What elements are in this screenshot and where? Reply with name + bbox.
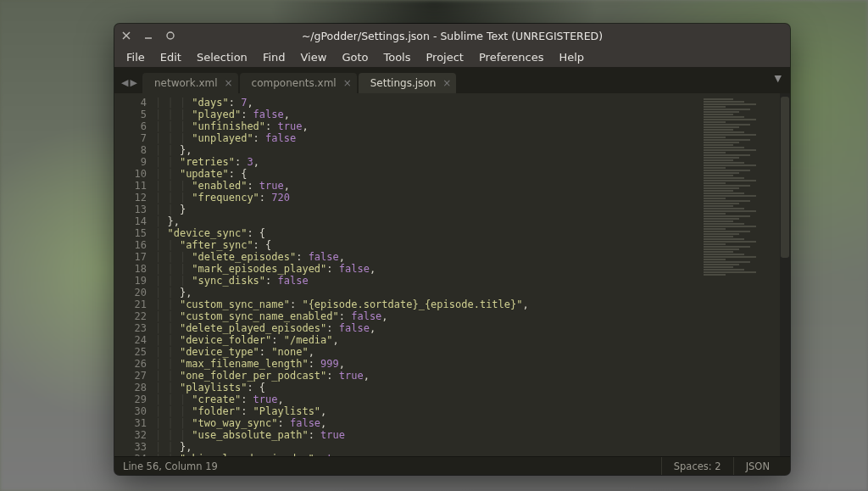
code-line[interactable]: | | }, — [155, 287, 697, 299]
tab-components-xml[interactable]: components.xml× — [240, 73, 357, 93]
tab-overflow-icon[interactable]: ▼ — [775, 73, 782, 84]
status-indentation[interactable]: Spaces: 2 — [661, 457, 733, 475]
tab-close-icon[interactable]: × — [343, 77, 352, 89]
minimap-line — [704, 243, 726, 245]
code-line[interactable]: | | | "create": true, — [155, 393, 697, 405]
code-line[interactable]: | | | "sync_disks": false — [155, 275, 697, 287]
menubar: FileEditSelectionFindViewGotoToolsProjec… — [114, 47, 790, 68]
menu-file[interactable]: File — [120, 49, 152, 65]
minimap-line — [704, 269, 744, 271]
tab-close-icon[interactable]: × — [442, 77, 451, 89]
code-line[interactable]: | | "playlists": { — [155, 382, 697, 393]
minimap-line — [704, 114, 733, 115]
code-line[interactable]: | | | "unplayed": false — [155, 132, 697, 144]
minimap-line — [704, 218, 739, 220]
code-line[interactable]: | | | "folder": "Playlists", — [155, 405, 697, 417]
minimap-line — [704, 198, 726, 199]
menu-tools[interactable]: Tools — [376, 49, 417, 65]
code-line[interactable]: | | "update": { — [155, 168, 697, 180]
nav-back-icon[interactable]: ◀ — [121, 77, 128, 88]
menu-goto[interactable]: Goto — [335, 49, 375, 65]
tab-settings-json[interactable]: Settings.json× — [359, 73, 457, 93]
menu-edit[interactable]: Edit — [153, 49, 188, 65]
line-number: 13 — [114, 204, 147, 215]
minimap-line — [704, 215, 750, 217]
code-line[interactable]: | | "after_sync": { — [155, 239, 697, 251]
menu-selection[interactable]: Selection — [190, 49, 254, 65]
code-line[interactable]: | | "device_folder": "/media", — [155, 334, 697, 346]
code-line[interactable]: | | | "two_way_sync": false, — [155, 417, 697, 429]
minimap[interactable] — [697, 93, 790, 456]
minimap-line — [704, 142, 739, 143]
minimap-line — [704, 175, 733, 176]
titlebar[interactable]: ~/gPodder/Settings.json - Sublime Text (… — [114, 24, 790, 47]
minimap-line — [704, 177, 744, 179]
code-line[interactable]: | | | "frequency": 720 — [155, 192, 697, 204]
nav-forward-icon[interactable]: ▶ — [130, 77, 136, 88]
tab-network-xml[interactable]: network.xml× — [142, 73, 238, 93]
vertical-scrollbar[interactable] — [780, 93, 790, 456]
line-number: 16 — [114, 239, 147, 251]
code-line[interactable]: | | "max_filename_length": 999, — [155, 358, 697, 370]
code-line[interactable]: | | | "delete_episodes": false, — [155, 251, 697, 263]
code-line[interactable]: | | "delete_played_episodes": false, — [155, 322, 697, 334]
code-line[interactable]: | | "one_folder_per_podcast": true, — [155, 370, 697, 382]
line-number: 10 — [114, 168, 147, 180]
line-number: 26 — [114, 358, 147, 370]
line-number: 27 — [114, 370, 147, 382]
minimap-line — [704, 165, 756, 166]
minimize-icon[interactable] — [143, 31, 153, 41]
minimap-line — [704, 119, 756, 120]
menu-help[interactable]: Help — [552, 49, 591, 65]
scrollbar-thumb[interactable] — [781, 97, 789, 258]
status-syntax[interactable]: JSON — [733, 457, 782, 475]
line-number: 23 — [114, 322, 147, 334]
code-line[interactable]: | }, — [155, 215, 697, 227]
code-line[interactable]: | | "retries": 3, — [155, 156, 697, 168]
code-line[interactable]: | | }, — [155, 441, 697, 453]
code-line[interactable]: | | } — [155, 204, 697, 215]
code-line[interactable]: | | "custom_sync_name_enabled": false, — [155, 310, 697, 322]
line-number: 29 — [114, 393, 147, 405]
editor[interactable]: 4567891011121314151617181920212223242526… — [114, 93, 790, 456]
status-cursor-position[interactable]: Line 56, Column 19 — [123, 457, 230, 475]
code-line[interactable]: | | | "days": 7, — [155, 97, 697, 109]
minimap-line — [704, 231, 750, 232]
minimap-line — [704, 259, 726, 260]
code-line[interactable]: | | | "enabled": true, — [155, 180, 697, 192]
minimap-line — [704, 167, 726, 169]
maximize-icon[interactable] — [165, 31, 175, 41]
code-line[interactable]: | | | "mark_episodes_played": false, — [155, 263, 697, 275]
minimap-line — [704, 233, 739, 235]
minimap-line — [704, 159, 733, 161]
minimap-line — [704, 116, 744, 118]
menu-preferences[interactable]: Preferences — [472, 49, 550, 65]
minimap-line — [704, 172, 739, 174]
code-line[interactable]: | | | "played": false, — [155, 109, 697, 120]
tab-close-icon[interactable]: × — [225, 77, 233, 89]
minimap-line — [704, 98, 733, 100]
code-line[interactable]: | "device_sync": { — [155, 227, 697, 239]
minimap-line — [704, 147, 744, 148]
minimap-line — [704, 180, 756, 181]
code-line[interactable]: | | | "unfinished": true, — [155, 120, 697, 132]
line-number: 17 — [114, 251, 147, 263]
menu-project[interactable]: Project — [419, 49, 470, 65]
code-line[interactable]: | | "skip_played_episodes": true — [155, 453, 697, 456]
minimap-line — [704, 157, 739, 159]
line-number: 12 — [114, 192, 147, 204]
menu-view[interactable]: View — [294, 49, 334, 65]
tabbar: ◀ ▶ network.xml×components.xml×Settings.… — [114, 68, 790, 93]
code-line[interactable]: | | "custom_sync_name": "{episode.sortda… — [155, 299, 697, 310]
line-number: 31 — [114, 417, 147, 429]
menu-find[interactable]: Find — [256, 49, 292, 65]
minimap-line — [704, 126, 739, 128]
close-icon[interactable] — [121, 31, 131, 41]
minimap-line — [704, 220, 733, 222]
minimap-line — [704, 129, 733, 131]
code-line[interactable]: | | | "use_absolute_path": true — [155, 429, 697, 441]
line-number: 18 — [114, 263, 147, 275]
code-line[interactable]: | | }, — [155, 144, 697, 156]
code-line[interactable]: | | "device_type": "none", — [155, 346, 697, 358]
code-area[interactable]: | | | "days": 7,| | | "played": false,| … — [155, 93, 697, 456]
